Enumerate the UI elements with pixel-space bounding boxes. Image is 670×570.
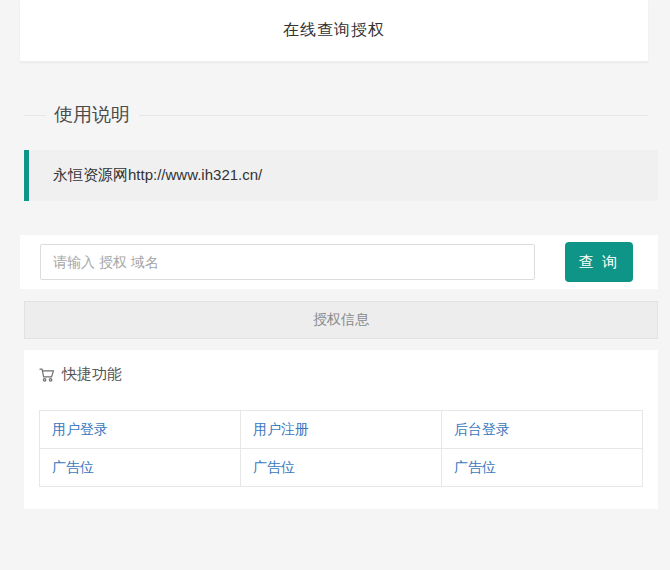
page-header: 在线查询授权 [20,0,648,62]
divider-line-right [139,115,648,116]
usage-section-heading: 使用说明 [24,102,648,128]
site-notice-box: 永恒资源网http://www.ih321.cn/ [24,150,658,201]
query-button[interactable]: 查 询 [565,242,633,282]
auth-info-label: 授权信息 [313,311,369,329]
quick-functions-card: 快捷功能 用户登录 用户注册 后台登录 广告位 广告位 广告位 [24,350,658,509]
link-admin-login[interactable]: 后台登录 [454,421,510,437]
usage-heading-text: 使用说明 [54,102,130,128]
page-title: 在线查询授权 [283,20,385,41]
domain-search-input[interactable] [40,244,535,280]
search-panel: 查 询 [20,235,658,289]
shopping-cart-icon [39,367,55,383]
quick-functions-header: 快捷功能 [39,365,643,384]
divider-line-left [24,115,46,116]
site-notice-text: 永恒资源网http://www.ih321.cn/ [53,166,262,183]
quick-functions-title: 快捷功能 [62,365,122,384]
quick-links-table: 用户登录 用户注册 后台登录 广告位 广告位 广告位 [39,410,643,487]
auth-info-bar: 授权信息 [24,301,658,339]
link-ad-slot-2[interactable]: 广告位 [253,459,295,475]
table-row: 用户登录 用户注册 后台登录 [40,411,643,449]
link-ad-slot-3[interactable]: 广告位 [454,459,496,475]
link-user-login[interactable]: 用户登录 [52,421,108,437]
link-ad-slot-1[interactable]: 广告位 [52,459,94,475]
link-user-register[interactable]: 用户注册 [253,421,309,437]
table-row: 广告位 广告位 广告位 [40,449,643,487]
